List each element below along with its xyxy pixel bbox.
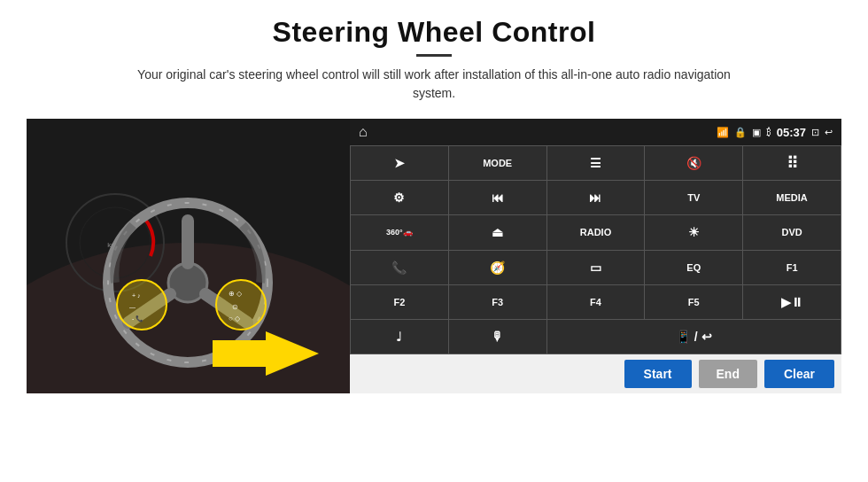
btn-music[interactable]: ♩ bbox=[351, 320, 448, 354]
car-image: km/h + ♪ bbox=[27, 119, 350, 393]
svg-text:⊕ ◇: ⊕ ◇ bbox=[229, 290, 243, 298]
btn-call-end[interactable]: 📱 / ↩ bbox=[547, 320, 841, 354]
clear-button[interactable]: Clear bbox=[764, 360, 834, 388]
wifi-icon: 📶 bbox=[717, 127, 729, 138]
btn-media[interactable]: MEDIA bbox=[743, 181, 841, 214]
btn-radio[interactable]: RADIO bbox=[547, 215, 645, 249]
page-container: Steering Wheel Control Your original car… bbox=[0, 0, 868, 482]
btn-list[interactable]: ☰ bbox=[547, 146, 645, 180]
btn-mic[interactable]: 🎙 bbox=[449, 320, 546, 354]
btn-eject[interactable]: ⏏ bbox=[449, 215, 546, 249]
btn-f3[interactable]: F3 bbox=[449, 285, 546, 319]
button-grid: ➤ MODE ☰ 🔇 ⠿ ⚙ ⏮ ⏭ TV MEDIA 360°🚗 ⏏ RADI… bbox=[350, 145, 841, 354]
btn-f2[interactable]: F2 bbox=[351, 285, 448, 319]
control-panel: ⌂ 📶 🔒 ▣ ₿ 05:37 ⊡ ↩ ➤ MODE ☰ 🔇 ⠿ bbox=[350, 119, 841, 393]
sd-icon: ▣ bbox=[752, 127, 761, 138]
svg-point-15 bbox=[216, 280, 266, 330]
btn-prev[interactable]: ⏮ bbox=[449, 181, 546, 214]
svg-rect-20 bbox=[213, 340, 270, 367]
btn-next[interactable]: ⏭ bbox=[547, 181, 645, 214]
start-button[interactable]: Start bbox=[624, 360, 692, 388]
svg-text:+  ♪: + ♪ bbox=[132, 292, 141, 299]
page-title: Steering Wheel Control bbox=[273, 16, 596, 49]
btn-nav[interactable]: ➤ bbox=[351, 146, 448, 180]
btn-eq[interactable]: EQ bbox=[645, 251, 742, 284]
bt-icon: ₿ bbox=[766, 127, 771, 137]
btn-360[interactable]: 360°🚗 bbox=[351, 215, 448, 249]
subtitle: Your original car's steering wheel contr… bbox=[115, 66, 753, 103]
status-icons: 📶 🔒 ▣ ₿ 05:37 ⊡ ↩ bbox=[717, 126, 833, 139]
back-icon: ↩ bbox=[825, 127, 833, 138]
btn-f5[interactable]: F5 bbox=[645, 285, 742, 319]
btn-settings[interactable]: ⚙ bbox=[351, 181, 448, 214]
svg-point-11 bbox=[117, 280, 167, 330]
bottom-bar: Start End Clear bbox=[350, 354, 841, 393]
btn-playpause[interactable]: ▶⏸ bbox=[743, 285, 841, 319]
status-time: 05:37 bbox=[777, 126, 806, 139]
end-button[interactable]: End bbox=[699, 360, 757, 388]
cast-icon: ⊡ bbox=[811, 127, 819, 138]
content-row: km/h + ♪ bbox=[27, 119, 841, 393]
btn-tv[interactable]: TV bbox=[645, 181, 742, 214]
btn-f4[interactable]: F4 bbox=[547, 285, 645, 319]
svg-text:○ ◇: ○ ◇ bbox=[229, 315, 241, 323]
lock-icon: 🔒 bbox=[734, 127, 747, 138]
btn-screen[interactable]: ▭ bbox=[547, 251, 645, 284]
svg-text:-  📞: - 📞 bbox=[132, 315, 143, 323]
btn-dvd[interactable]: DVD bbox=[743, 215, 841, 249]
btn-navi[interactable]: 🧭 bbox=[449, 251, 546, 284]
title-underline bbox=[416, 54, 452, 57]
btn-mute[interactable]: 🔇 bbox=[645, 146, 742, 180]
btn-brightness[interactable]: ☀ bbox=[645, 215, 742, 249]
btn-phone[interactable]: 📞 bbox=[351, 251, 448, 284]
btn-f1[interactable]: F1 bbox=[743, 251, 841, 284]
home-icon[interactable]: ⌂ bbox=[359, 124, 368, 140]
btn-mode[interactable]: MODE bbox=[449, 146, 546, 180]
status-bar: ⌂ 📶 🔒 ▣ ₿ 05:37 ⊡ ↩ bbox=[350, 119, 841, 145]
btn-apps[interactable]: ⠿ bbox=[743, 146, 841, 180]
svg-text:—: — bbox=[129, 304, 136, 310]
svg-text:⊙: ⊙ bbox=[232, 303, 238, 311]
